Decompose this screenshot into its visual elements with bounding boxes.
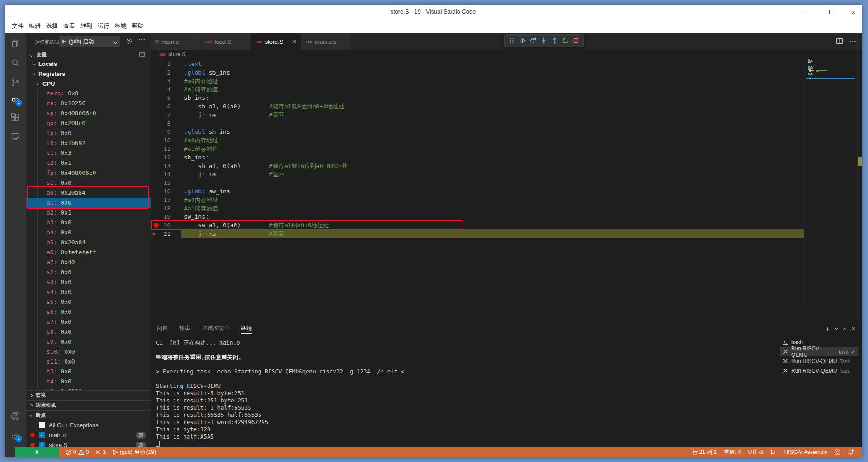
status-indentation[interactable]: 空格: 4	[720, 448, 744, 456]
register-s9[interactable]: s9: 0x0	[26, 337, 151, 347]
code-line-5[interactable]: 5sb_ins:	[151, 93, 806, 102]
code-line-2[interactable]: 2.globl sb_ins	[151, 68, 806, 77]
step-out-icon[interactable]	[551, 37, 558, 44]
checkbox-checked[interactable]: ✓	[39, 432, 45, 438]
code-line-1[interactable]: 1.text	[151, 60, 806, 68]
register-a3[interactable]: a3: 0x0	[26, 218, 151, 228]
terminal-output[interactable]: CC -[M] 正在构建... main.o终端将被任务重用,按任意键关闭。> …	[156, 339, 404, 447]
register-t0[interactable]: t0: 0x1b692	[26, 138, 151, 148]
minimize-button[interactable]	[805, 8, 812, 15]
menu-item-运行[interactable]: 运行	[95, 22, 112, 30]
watch-section-header[interactable]: 监视	[26, 390, 151, 400]
register-gp[interactable]: gp: 0x208c0	[26, 118, 151, 128]
account-icon[interactable]	[5, 410, 26, 422]
code-editor[interactable]: 1.text2.globl sb_ins3#a0内存地址4#a1储存的值5sb_…	[151, 33, 806, 321]
terminal-instance-Run RISCV-QEMU[interactable]: Run RISCV-QEMUTask	[780, 366, 858, 375]
terminal-instance-Run RISCV-QEMU[interactable]: Run RISCV-QEMUTask✓	[780, 347, 858, 356]
code-line-14[interactable]: 14 jr ra #返回	[151, 170, 806, 178]
debug-configure-gear-icon[interactable]	[126, 38, 132, 45]
register-a2[interactable]: a2: 0x1	[26, 208, 151, 218]
notifications-bell-icon[interactable]	[844, 447, 857, 457]
tree-item-locals[interactable]: Locals	[26, 59, 151, 69]
explorer-icon[interactable]	[5, 37, 26, 49]
register-s4[interactable]: s4: 0x0	[26, 287, 151, 297]
menu-item-文件[interactable]: 文件	[9, 22, 26, 30]
code-line-15[interactable]: 15	[151, 178, 806, 187]
code-line-10[interactable]: 10#a0内存地址	[151, 136, 806, 145]
status-language-mode[interactable]: RISC-V Assembly	[781, 449, 831, 455]
code-line-19[interactable]: 19sw_ins:	[151, 212, 806, 221]
register-a0[interactable]: a0: 0x20a84	[26, 188, 151, 198]
variables-pane-header[interactable]: 变量	[26, 51, 151, 59]
pane-action-icon[interactable]	[139, 51, 145, 58]
register-s7[interactable]: s7: 0x0	[26, 317, 151, 327]
overview-ruler[interactable]	[857, 33, 862, 321]
settings-gear-icon[interactable]: 1	[5, 431, 26, 443]
menu-item-终端[interactable]: 终端	[112, 22, 129, 30]
menu-item-选择[interactable]: 选择	[43, 22, 61, 30]
menu-item-查看[interactable]: 查看	[61, 22, 78, 30]
code-line-8[interactable]: 8	[151, 119, 806, 128]
register-s1[interactable]: s1: 0x0	[26, 178, 151, 188]
breakpoint-row-main-c[interactable]: ✓ main.c 35	[26, 430, 151, 440]
minimap[interactable]	[806, 59, 857, 312]
call-stack-section-header[interactable]: 调用堆栈	[26, 400, 151, 410]
code-line-3[interactable]: 3#a0内存地址	[151, 77, 806, 85]
register-fp[interactable]: fp: 0x408006e0	[26, 168, 151, 178]
panel-tab-终端[interactable]: 终端	[241, 322, 252, 334]
restore-button[interactable]	[827, 8, 835, 15]
panel-tab-问题[interactable]: 问题	[157, 322, 168, 333]
code-line-9[interactable]: 9.globl sh_ins	[151, 127, 806, 136]
code-line-16[interactable]: 16.globl sw_ins	[151, 187, 806, 196]
breakpoint-row-store-s[interactable]: ✓ store.S 20	[26, 440, 151, 447]
code-line-4[interactable]: 4#a1储存的值	[151, 85, 806, 93]
breakpoints-section-header[interactable]: 断点	[26, 410, 151, 420]
code-line-13[interactable]: 13 sh a1, 0(a0) #储存a1低16位到a0+0地址处	[151, 162, 806, 170]
code-line-6[interactable]: 6 sb a1, 0(a0) #储存a1低8位到a0+0地址处	[151, 102, 806, 111]
status-cursor-position[interactable]: 行 21,列 1	[689, 448, 720, 456]
launch-config-select[interactable]: (gdb) 启动	[59, 36, 120, 47]
register-ra[interactable]: ra: 0x10256	[26, 98, 151, 108]
checkbox-checked[interactable]: ✓	[39, 442, 45, 447]
register-a5[interactable]: a5: 0x20a84	[26, 238, 151, 247]
close-button[interactable]: ×	[850, 8, 857, 15]
code-line-11[interactable]: 11#a1储存的值	[151, 145, 806, 153]
panel-tab-调试控制台[interactable]: 调试控制台	[202, 322, 229, 333]
restart-icon[interactable]	[562, 37, 569, 44]
menu-item-编辑[interactable]: 编辑	[26, 22, 43, 30]
views-more-actions-icon[interactable]: ···	[138, 36, 146, 43]
register-sp[interactable]: sp: 0x408006c0	[26, 108, 151, 118]
register-s10[interactable]: s10: 0x0	[26, 347, 151, 357]
terminal-instance-Run RISCV-QEMU[interactable]: Run RISCV-QEMUTask	[780, 356, 858, 366]
stop-icon[interactable]	[572, 37, 580, 44]
remote-indicator[interactable]	[15, 447, 59, 457]
register-s11[interactable]: s11: 0x0	[26, 357, 151, 367]
register-a4[interactable]: a4: 0x0	[26, 228, 151, 238]
toolbar-drag-handle[interactable]	[508, 37, 515, 44]
continue-icon[interactable]	[519, 37, 526, 44]
run-and-debug-icon[interactable]: 1	[5, 94, 26, 106]
register-s8[interactable]: s8: 0x0	[26, 327, 151, 337]
terminal-dropdown-chevron-icon[interactable]	[835, 326, 838, 329]
register-t4[interactable]: t4: 0x0	[26, 377, 151, 387]
register-s2[interactable]: s2: 0x0	[26, 267, 151, 277]
step-into-icon[interactable]	[540, 37, 547, 44]
problems-status[interactable]: 0 0	[62, 447, 92, 457]
register-a1[interactable]: a1: 0x0	[26, 198, 151, 208]
register-s6[interactable]: s6: 0x0	[26, 307, 151, 317]
start-debugging-icon[interactable]	[62, 39, 66, 44]
register-t2[interactable]: t2: 0x1	[26, 158, 151, 168]
extensions-icon[interactable]	[5, 112, 26, 123]
new-terminal-icon[interactable]: +	[826, 325, 830, 332]
menu-item-转到[interactable]: 转到	[78, 22, 95, 30]
tree-item-registers[interactable]: Registers	[26, 69, 151, 79]
more-actions-icon[interactable]: ···	[849, 38, 857, 45]
close-panel-icon[interactable]: ×	[852, 325, 855, 332]
feedback-smiley-icon[interactable]	[831, 447, 844, 457]
search-icon[interactable]	[5, 57, 26, 69]
register-a7[interactable]: a7: 0x40	[26, 257, 151, 267]
code-line-7[interactable]: 7 jr ra #返回	[151, 111, 806, 119]
register-tp[interactable]: tp: 0x0	[26, 128, 151, 138]
code-line-12[interactable]: 12sh_ins:	[151, 153, 806, 162]
register-s3[interactable]: s3: 0x0	[26, 277, 151, 287]
